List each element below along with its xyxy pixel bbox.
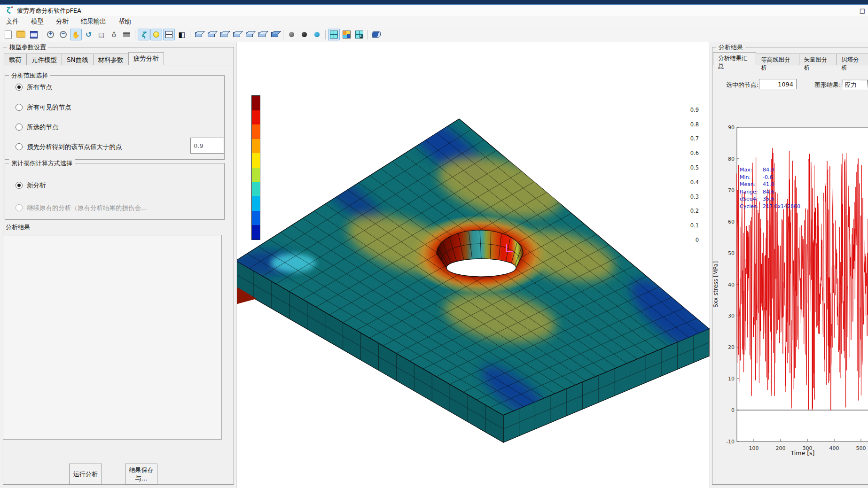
zoom-in-icon[interactable]	[45, 29, 56, 40]
radio-visible-nodes[interactable]	[16, 104, 23, 111]
node-display-blue-icon[interactable]	[311, 29, 323, 40]
node-display-black-icon[interactable]	[298, 29, 310, 40]
tab-sn-curve[interactable]: SN曲线	[62, 54, 94, 65]
tab-beta-analysis[interactable]: 贝塔分析	[836, 54, 868, 65]
svg-text:Sxx stress [MPa]: Sxx stress [MPa]	[712, 261, 719, 308]
svg-text:dSeq4:: dSeq4:	[740, 196, 758, 202]
option-visible-nodes[interactable]: 所有可见的节点	[16, 103, 71, 112]
menu-model[interactable]: 模型	[25, 16, 50, 27]
view-back-icon[interactable]	[205, 29, 217, 40]
probe-icon[interactable]: ♁	[108, 29, 120, 40]
tab-material-params[interactable]: 材料参数	[93, 54, 129, 65]
option-threshold-nodes[interactable]: 预先分析得到的该节点值大于的点	[16, 143, 122, 151]
light-icon[interactable]	[150, 29, 162, 40]
tab-contour-analysis[interactable]: 等高线图分析	[756, 54, 799, 65]
mesh-numbers-icon[interactable]	[353, 29, 365, 40]
radio-new-analysis[interactable]	[16, 182, 23, 189]
mesh-grid-icon[interactable]	[328, 29, 340, 40]
zoom-out-icon[interactable]	[57, 29, 69, 40]
colorbar-segment	[252, 225, 260, 240]
analysis-results-panel: 分析结果 分析结果汇总 等高线图分析 矢量图分析 贝塔分析 选中的节点: 图形结…	[710, 42, 868, 488]
pan-icon[interactable]: ✋	[70, 29, 82, 40]
option-selected-nodes[interactable]: 所选的节点	[16, 123, 59, 132]
node-display-gray-icon[interactable]	[286, 29, 297, 40]
colorbar-tick-label: 0.4	[687, 179, 699, 186]
option-all-nodes[interactable]: 所有节点	[16, 83, 52, 92]
analysis-range-group: 分析范围选择 所有节点 所有可见的节点 所选的节点 预先分析得到的该节点值大于的…	[5, 75, 225, 160]
svg-text:40: 40	[728, 282, 735, 288]
annotate-icon[interactable]: ▤	[95, 29, 107, 40]
toolbar-separator	[325, 30, 326, 39]
fea-viewport[interactable]: 0.90.80.70.60.50.40.30.20.10	[237, 42, 710, 488]
menu-help[interactable]: 帮助	[112, 16, 137, 27]
help-book-icon[interactable]	[370, 29, 382, 40]
svg-text:41.0: 41.0	[763, 181, 774, 187]
analysis-result-box	[3, 235, 222, 440]
graph-result-combobox[interactable]: 应力	[842, 79, 868, 90]
colorbar-segment	[252, 182, 260, 197]
menu-result-output[interactable]: 结果输出	[75, 16, 112, 27]
threshold-input[interactable]	[190, 138, 224, 154]
toolbar-separator	[283, 30, 283, 39]
view-top-icon[interactable]	[243, 29, 255, 40]
colorbar-tick-label: 0.5	[687, 164, 699, 171]
run-analysis-button[interactable]: 运行分析	[69, 464, 102, 485]
selected-node-input[interactable]	[759, 79, 797, 89]
fea-model-plate[interactable]	[237, 42, 710, 488]
maximize-button[interactable]: □	[855, 5, 868, 16]
svg-text:100: 100	[749, 445, 759, 451]
menu-analysis[interactable]: 分析	[50, 16, 75, 27]
section-z-icon[interactable]: ζ	[138, 29, 149, 40]
colorbar-segment	[252, 196, 260, 211]
save-results-button[interactable]: 结果保存与...	[125, 464, 157, 485]
option-new-analysis[interactable]: 新分析	[16, 181, 46, 190]
svg-text:0: 0	[731, 407, 735, 413]
svg-text:500: 500	[856, 445, 866, 451]
view-right-icon[interactable]	[231, 29, 242, 40]
tab-vector-analysis[interactable]: 矢量图分析	[799, 54, 837, 65]
rotate-view-icon[interactable]: ↺	[83, 29, 94, 40]
tab-component-model[interactable]: 元件模型	[26, 54, 62, 65]
mesh-contour-icon[interactable]	[341, 29, 352, 40]
print-icon[interactable]	[121, 29, 133, 40]
analysis-range-title: 分析范围选择	[9, 71, 50, 80]
colorbar-segment	[252, 211, 260, 225]
svg-text:-10: -10	[726, 439, 735, 445]
svg-text:217.0x142860: 217.0x142860	[763, 203, 800, 209]
wireframe-icon[interactable]	[163, 29, 175, 40]
minimize-button[interactable]: —	[832, 5, 846, 16]
toolbar-separator	[42, 30, 42, 39]
colorbar-tick-label: 0.1	[687, 222, 699, 229]
svg-text:35.6: 35.6	[763, 196, 774, 202]
view-bottom-icon[interactable]	[256, 29, 268, 40]
model-parameters-title: 模型参数设置	[7, 43, 48, 52]
save-icon[interactable]	[28, 29, 39, 40]
colorbar-tick-label: 0.7	[687, 135, 699, 142]
radio-threshold-nodes[interactable]	[16, 143, 23, 150]
svg-text:Min:: Min:	[740, 174, 751, 180]
tab-result-summary[interactable]: 分析结果汇总	[713, 52, 756, 65]
colorbar-tick-label: 0.6	[687, 150, 699, 156]
new-file-icon[interactable]	[2, 29, 14, 40]
tab-load[interactable]: 载荷	[4, 54, 27, 65]
colorbar-tick-label: 0.2	[687, 208, 699, 214]
menu-bar: 文件 模型 分析 结果输出 帮助	[0, 16, 868, 27]
tab-divider	[4, 65, 233, 65]
view-iso-icon[interactable]	[269, 29, 281, 40]
colorbar-segment	[252, 153, 260, 168]
model-parameters-panel: 模型参数设置 载荷 元件模型 SN曲线 材料参数 疲劳分析 分析范围选择 所有节…	[0, 42, 236, 488]
colorbar-segment	[252, 168, 260, 182]
view-left-icon[interactable]	[218, 29, 230, 40]
open-file-icon[interactable]	[15, 29, 27, 40]
damage-method-title: 累计损伤计算方式选择	[9, 159, 75, 168]
menu-file[interactable]: 文件	[0, 16, 25, 27]
shade-toggle-icon[interactable]: ◧	[176, 29, 188, 40]
tab-fatigue-analysis[interactable]: 疲劳分析	[128, 52, 164, 65]
colorbar-tick-label: 0.9	[687, 107, 699, 113]
toolbar-separator	[190, 30, 190, 39]
radio-selected-nodes[interactable]	[16, 124, 23, 131]
radio-all-nodes[interactable]	[16, 84, 23, 91]
view-front-icon[interactable]	[193, 29, 204, 40]
colorbar-segment	[252, 110, 260, 125]
toolbar: ✋↺▤♁ζ◧	[0, 27, 868, 42]
